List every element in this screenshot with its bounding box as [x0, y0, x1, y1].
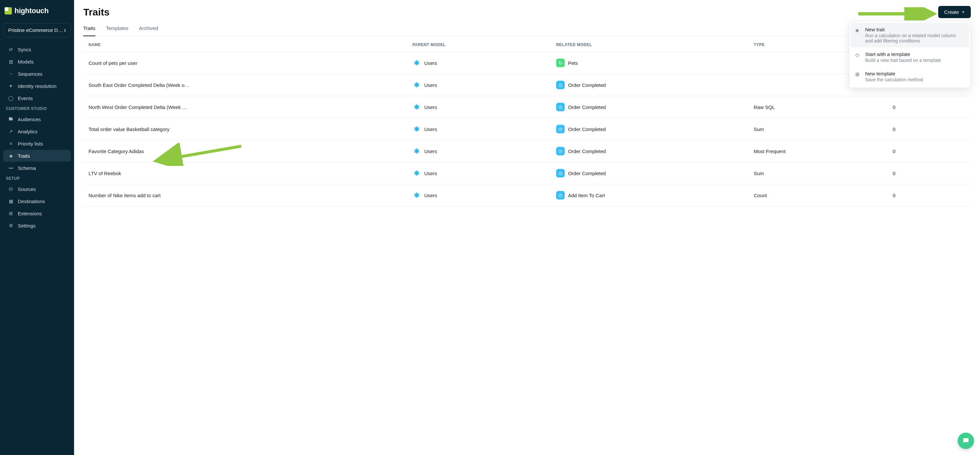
- column-header: NAME: [83, 37, 407, 52]
- tab-templates[interactable]: Templates: [106, 21, 128, 36]
- sidebar-item-models[interactable]: ▥Models: [3, 56, 71, 67]
- page-title: Traits: [83, 6, 110, 18]
- traits-table: NAMEPARENT MODELRELATED MODELTYPECOUNT C…: [83, 37, 971, 206]
- sidebar-item-sequences[interactable]: →Sequences: [3, 68, 71, 80]
- destinations-icon: ▦: [8, 198, 14, 204]
- parent-model-cell: ✱Users: [407, 96, 551, 118]
- related-model-label: Order Completed: [568, 104, 606, 110]
- trait-name: North West Order Completed Delta (Week …: [83, 96, 407, 118]
- sidebar-item-label: Sources: [18, 186, 36, 192]
- chevron-down-icon: ▼: [962, 10, 965, 14]
- sidebar-item-analytics[interactable]: ↗Analytics: [3, 125, 71, 137]
- trait-name: South East Order Completed Delta (Week o…: [83, 74, 407, 96]
- dropdown-item-icon: ⊞: [855, 71, 861, 82]
- snowflake-icon: ✱: [412, 103, 421, 111]
- table-row[interactable]: LTV of Reebok✱Users◷Order CompletedSum0: [83, 162, 971, 184]
- snowflake-icon: ✱: [412, 125, 421, 133]
- snowflake-icon: ✱: [412, 59, 421, 67]
- logo-mark-icon: [5, 7, 12, 14]
- schema-icon: ⊶: [8, 165, 14, 171]
- dropdown-item-title: Start with a template: [865, 51, 941, 57]
- analytics-icon: ↗: [8, 128, 14, 134]
- sidebar-item-traits[interactable]: ◈Traits: [3, 150, 71, 162]
- trait-count: 0: [888, 96, 971, 118]
- dropdown-item-title: New template: [865, 71, 923, 77]
- related-model-label: Add Item To Cart: [568, 193, 605, 198]
- sidebar-item-label: Identity resolution: [18, 83, 57, 89]
- sidebar-item-label: Extensions: [18, 211, 42, 216]
- table-row[interactable]: South East Order Completed Delta (Week o…: [83, 74, 971, 96]
- related-model-icon: ◷: [556, 191, 565, 200]
- table-row[interactable]: Count of pets per user✱Users↻Pets: [83, 52, 971, 74]
- parent-model-cell: ✱Users: [407, 162, 551, 184]
- tab-traits[interactable]: Traits: [83, 21, 95, 36]
- workspace-label: Pristine eCommerce De…: [8, 27, 64, 33]
- section-customer-studio: CUSTOMER STUDIO: [0, 104, 74, 113]
- sidebar-item-label: Settings: [18, 223, 35, 228]
- trait-name: LTV of Reebok: [83, 162, 407, 184]
- table-row[interactable]: Number of Nike items add to cart✱Users◷A…: [83, 184, 971, 206]
- create-dropdown: ◈New traitRun a calculation on a related…: [849, 21, 971, 88]
- trait-name: Number of Nike items add to cart: [83, 184, 407, 206]
- extensions-icon: ⊞: [8, 211, 14, 216]
- priority-lists-icon: ≡: [8, 140, 14, 147]
- related-model-label: Order Completed: [568, 126, 606, 132]
- dropdown-item-desc: Run a calculation on a related model col…: [865, 33, 964, 43]
- page-header: Traits Create ▼: [83, 6, 971, 18]
- sidebar-item-schema[interactable]: ⊶Schema: [3, 162, 71, 174]
- trait-count: 0: [888, 184, 971, 206]
- related-model-label: Order Completed: [568, 82, 606, 88]
- table-row[interactable]: North West Order Completed Delta (Week ……: [83, 96, 971, 118]
- snowflake-icon: ✱: [412, 81, 421, 89]
- tab-archived[interactable]: Archived: [139, 21, 158, 36]
- related-model-cell: ◷Order Completed: [551, 140, 749, 162]
- related-model-cell: ◷Order Completed: [551, 162, 749, 184]
- table-row[interactable]: Total order value Basketball category✱Us…: [83, 118, 971, 140]
- sidebar: hightouch Pristine eCommerce De… ▴▾ ⇄Syn…: [0, 0, 74, 455]
- dropdown-item-new-trait[interactable]: ◈New traitRun a calculation on a related…: [851, 23, 969, 48]
- related-model-cell: ◷Order Completed: [551, 96, 749, 118]
- dropdown-item-new-template[interactable]: ⊞New templateSave the calculation method: [851, 67, 969, 86]
- sidebar-item-settings[interactable]: ⚙Settings: [3, 220, 71, 231]
- table-row[interactable]: Favorite Category Adidas✱Users◷Order Com…: [83, 140, 971, 162]
- trait-type: Sum: [748, 118, 887, 140]
- settings-icon: ⚙: [8, 223, 14, 228]
- sidebar-item-destinations[interactable]: ▦Destinations: [3, 195, 71, 207]
- sidebar-item-events[interactable]: ◯Events: [3, 92, 71, 104]
- trait-type: Sum: [748, 162, 887, 184]
- related-model-label: Order Completed: [568, 171, 606, 176]
- parent-model-label: Users: [424, 193, 437, 198]
- trait-type: Most Frequent: [748, 140, 887, 162]
- sidebar-item-priority-lists[interactable]: ≡Priority lists: [3, 137, 71, 150]
- audiences-icon: ⛟: [8, 116, 14, 122]
- related-model-label: Order Completed: [568, 148, 606, 154]
- chat-widget[interactable]: [958, 433, 974, 449]
- workspace-selector[interactable]: Pristine eCommerce De… ▴▾: [3, 23, 71, 37]
- dropdown-item-desc: Build a new trait based on a template: [865, 57, 941, 63]
- parent-model-label: Users: [424, 171, 437, 176]
- trait-type: Raw SQL: [748, 96, 887, 118]
- dropdown-item-icon: ◈: [855, 27, 861, 43]
- trait-name: Total order value Basketball category: [83, 118, 407, 140]
- related-model-cell: ◷Add Item To Cart: [551, 184, 749, 206]
- parent-model-label: Users: [424, 126, 437, 132]
- parent-model-label: Users: [424, 104, 437, 110]
- caret-updown-icon: ▴▾: [64, 28, 66, 32]
- trait-count: 0: [888, 162, 971, 184]
- logo[interactable]: hightouch: [0, 3, 74, 21]
- related-model-cell: ◷Order Completed: [551, 118, 749, 140]
- related-model-label: Pets: [568, 60, 578, 66]
- sidebar-item-syncs[interactable]: ⇄Syncs: [3, 43, 71, 55]
- related-model-icon: ◷: [556, 147, 565, 155]
- dropdown-item-start-with-a-template[interactable]: ◇Start with a templateBuild a new trait …: [851, 48, 969, 67]
- create-button[interactable]: Create ▼: [938, 6, 971, 18]
- sidebar-item-audiences[interactable]: ⛟Audiences: [3, 113, 71, 125]
- sidebar-item-label: Events: [18, 96, 33, 101]
- sidebar-item-extensions[interactable]: ⊞Extensions: [3, 208, 71, 219]
- sidebar-item-identity-resolution[interactable]: ✦Identity resolution: [3, 80, 71, 92]
- dropdown-item-icon: ◇: [855, 51, 861, 63]
- sidebar-item-sources[interactable]: ⛁Sources: [3, 183, 71, 195]
- column-header: RELATED MODEL: [551, 37, 749, 52]
- trait-type: Count: [748, 184, 887, 206]
- parent-model-cell: ✱Users: [407, 118, 551, 140]
